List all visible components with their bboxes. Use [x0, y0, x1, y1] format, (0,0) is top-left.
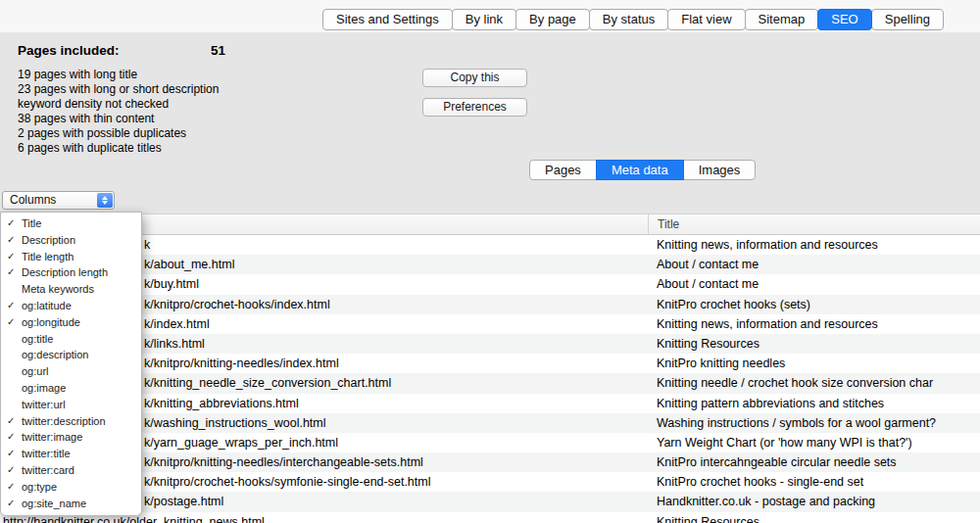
- title-cell: Knitting pattern abbreviations and stitc…: [648, 394, 980, 413]
- table-row[interactable]: k/knitpro/crochet-hooks/index.html KnitP…: [0, 295, 980, 314]
- main-tab[interactable]: Flat view: [667, 9, 745, 30]
- table-row[interactable]: k/links.html Knitting Resources: [0, 334, 980, 354]
- table-row[interactable]: k/washing_instructions_wool.html Washing…: [0, 413, 980, 433]
- main-tabs: Sites and Settings By link By page By st…: [323, 9, 944, 30]
- pages-included-label: Pages included:: [18, 43, 120, 58]
- copy-this-button[interactable]: Copy this: [422, 69, 527, 87]
- table-header-row: Title: [0, 214, 980, 235]
- arrow-down-icon: [102, 201, 108, 205]
- seo-summary-line: 23 pages with long or short description: [18, 82, 219, 97]
- metadata-view-segmented-control: Pages Meta data Images: [530, 160, 756, 180]
- check-icon: ✓: [7, 462, 15, 479]
- table-row[interactable]: k/knitting_needle_size_conversion_chart.…: [0, 373, 980, 393]
- table-row[interactable]: k/knitpro/crochet-hooks/symfonie-single-…: [0, 472, 980, 492]
- title-cell: Knitting news, information and resources: [648, 235, 980, 255]
- column-header-title[interactable]: Title: [648, 214, 980, 234]
- main-tab[interactable]: SEO: [817, 9, 871, 30]
- check-icon: ✓: [7, 429, 15, 446]
- table-row[interactable]: k/postage.html Handknitter.co.uk - posta…: [0, 492, 980, 511]
- columns-menu-item-label: og:url: [22, 365, 49, 377]
- columns-menu-item-label: twitter:title: [22, 448, 71, 459]
- title-cell: Yarn Weight Chart (or 'how many WPI is t…: [648, 433, 980, 452]
- table-row[interactable]: k/knitpro/knitting-needles/interchangeab…: [0, 452, 980, 472]
- main-tab[interactable]: By status: [589, 9, 668, 30]
- seo-summary-lines: 19 pages with long title 23 pages with l…: [18, 68, 219, 156]
- seo-summary-line: 2 pages with possible duplicates: [18, 126, 219, 141]
- columns-menu-item[interactable]: ✓ Description length: [1, 264, 141, 281]
- main-tab[interactable]: Sites and Settings: [322, 9, 453, 30]
- columns-menu-item-label: Title length: [22, 251, 74, 262]
- columns-menu-item[interactable]: ✓ og:url: [1, 363, 141, 380]
- columns-menu-item-label: Description length: [22, 266, 108, 278]
- columns-menu-item[interactable]: ✓ og:image: [1, 380, 141, 397]
- columns-menu-item[interactable]: ✓ twitter:card: [1, 462, 141, 479]
- columns-menu-item-label: og:site_name: [22, 498, 86, 509]
- title-cell: Washing instructions / symbols for a woo…: [648, 413, 980, 433]
- columns-menu-item-label: og:description: [22, 349, 89, 360]
- columns-menu-item[interactable]: ✓ og:longitude: [1, 314, 141, 331]
- check-icon: ✓: [7, 264, 15, 281]
- arrow-up-icon: [102, 196, 108, 200]
- seo-summary-line: 6 pages with duplicate titles: [18, 141, 219, 156]
- columns-popup-label: Columns: [10, 192, 56, 209]
- main-tab[interactable]: By link: [452, 9, 516, 30]
- table-row[interactable]: k Knitting news, information and resourc…: [0, 235, 980, 255]
- columns-menu-item[interactable]: ✓ twitter:image: [1, 429, 141, 446]
- seo-summary-line: keyword density not checked: [18, 97, 219, 112]
- pages-included-heading: Pages included: 51: [18, 43, 292, 61]
- check-icon: ✓: [7, 446, 15, 462]
- view-segment[interactable]: Pages: [529, 160, 597, 180]
- table-row[interactable]: k/index.html Knitting news, information …: [0, 314, 980, 334]
- title-cell: About / contact me: [648, 274, 980, 294]
- title-cell: About / contact me: [648, 255, 980, 274]
- preferences-button[interactable]: Preferences: [422, 98, 527, 117]
- table-row[interactable]: k/knitting_abbreviations.html Knitting p…: [0, 394, 980, 413]
- columns-menu-item-label: Description: [22, 234, 75, 246]
- check-icon: ✓: [7, 496, 15, 512]
- check-icon: ✓: [7, 249, 15, 265]
- columns-menu-item-label: twitter:card: [22, 464, 74, 476]
- title-cell: Knitting Resources: [648, 334, 980, 354]
- columns-menu-item[interactable]: ✓ og:type: [1, 479, 141, 496]
- columns-menu-item[interactable]: ✓ twitter:description: [1, 413, 141, 430]
- columns-menu-item-label: og:title: [22, 333, 53, 345]
- seo-summary-line: 19 pages with long title: [18, 68, 219, 82]
- metadata-table-body: k Knitting news, information and resourc…: [0, 235, 980, 523]
- table-row[interactable]: k/about_me.html About / contact me: [0, 255, 980, 274]
- columns-menu-item[interactable]: ✓ Meta keywords: [1, 281, 141, 298]
- table-row[interactable]: http://handknitter.co.uk/older_knitting_…: [0, 512, 980, 523]
- main-tab[interactable]: By page: [515, 9, 590, 30]
- columns-menu-item[interactable]: ✓ Description: [1, 232, 141, 249]
- table-row[interactable]: k/buy.html About / contact me: [0, 274, 980, 294]
- view-segment[interactable]: Meta data: [596, 160, 684, 180]
- columns-menu-item-label: twitter:image: [22, 431, 82, 443]
- columns-menu-item[interactable]: ✓ Title: [1, 215, 141, 232]
- view-segment[interactable]: Images: [683, 160, 757, 180]
- columns-menu-item[interactable]: ✓ og:description: [1, 347, 141, 363]
- main-tabbar: Sites and Settings By link By page By st…: [0, 0, 980, 32]
- table-row[interactable]: k/yarn_guage_wraps_per_inch.html Yarn We…: [0, 433, 980, 452]
- columns-menu-item[interactable]: ✓ twitter:url: [1, 397, 141, 413]
- title-cell: Knitting news, information and resources: [648, 314, 980, 334]
- main-tab[interactable]: Sitemap: [745, 9, 819, 30]
- columns-popup-button[interactable]: Columns: [2, 191, 115, 210]
- columns-menu-item-label: og:type: [22, 481, 57, 493]
- check-icon: ✓: [7, 215, 15, 232]
- popup-arrows-icon: [97, 193, 113, 208]
- main-tab[interactable]: Spelling: [871, 9, 944, 30]
- columns-menu-item[interactable]: ✓ og:latitude: [1, 298, 141, 314]
- check-icon: ✓: [7, 479, 15, 496]
- columns-menu-item-label: twitter:description: [22, 415, 106, 427]
- columns-menu-item[interactable]: ✓ Title length: [1, 249, 141, 265]
- check-icon: ✓: [7, 298, 15, 314]
- app-window: Sites and Settings By link By page By st…: [0, 0, 980, 523]
- columns-menu-item[interactable]: ✓ og:title: [1, 331, 141, 348]
- columns-menu-item[interactable]: ✓ og:site_name: [1, 496, 141, 512]
- title-cell: Knitting needle / crochet hook size conv…: [648, 373, 980, 393]
- seo-summary-panel: Pages included: 51 19 pages with long ti…: [0, 32, 980, 214]
- check-icon: ✓: [7, 314, 15, 331]
- columns-menu-item[interactable]: ✓ twitter:title: [1, 446, 141, 462]
- columns-menu-item-label: og:image: [22, 382, 66, 394]
- columns-menu-item-label: Meta keywords: [22, 283, 94, 295]
- table-row[interactable]: k/knitpro/knitting-needles/index.html Kn…: [0, 354, 980, 373]
